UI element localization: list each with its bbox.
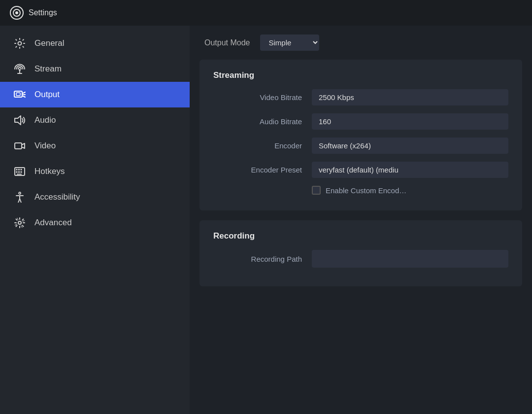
window-title: Settings xyxy=(29,8,57,17)
main-layout: General Stream xyxy=(0,26,532,414)
app-icon xyxy=(10,6,24,20)
sidebar: General Stream xyxy=(0,26,190,414)
accessibility-icon xyxy=(14,191,26,203)
sidebar-item-hotkeys[interactable]: Hotkeys xyxy=(0,159,190,184)
recording-path-input[interactable] xyxy=(312,250,508,268)
svg-rect-8 xyxy=(16,93,20,96)
svg-rect-16 xyxy=(18,169,20,171)
audio-icon xyxy=(14,114,26,126)
svg-rect-19 xyxy=(18,172,20,173)
recording-path-row: Recording Path xyxy=(213,250,508,268)
sidebar-item-video[interactable]: Video xyxy=(0,133,190,159)
svg-line-11 xyxy=(23,96,25,97)
advanced-icon xyxy=(14,217,26,229)
stream-icon xyxy=(14,63,26,75)
video-bitrate-value: 2500 Kbps xyxy=(312,89,508,105)
svg-point-2 xyxy=(15,11,18,14)
svg-rect-20 xyxy=(21,172,22,173)
sidebar-label-output: Output xyxy=(34,90,60,100)
encoder-preset-row: Encoder Preset veryfast (default) (mediu xyxy=(213,162,508,178)
svg-rect-21 xyxy=(17,174,22,175)
encoder-preset-label: Encoder Preset xyxy=(213,166,312,174)
svg-point-3 xyxy=(18,42,22,45)
audio-bitrate-label: Audio Bitrate xyxy=(213,117,312,126)
custom-encoder-checkbox[interactable] xyxy=(312,186,321,195)
output-mode-label: Output Mode xyxy=(204,38,250,47)
svg-point-23 xyxy=(18,221,21,224)
recording-title: Recording xyxy=(213,231,508,241)
audio-bitrate-row: Audio Bitrate 160 xyxy=(213,113,508,130)
svg-rect-7 xyxy=(14,91,22,97)
svg-marker-12 xyxy=(15,116,21,125)
encoder-row: Encoder Software (x264) xyxy=(213,138,508,154)
video-bitrate-label: Video Bitrate xyxy=(213,93,312,102)
sidebar-item-accessibility[interactable]: Accessibility xyxy=(0,184,190,210)
svg-line-9 xyxy=(23,92,25,93)
hotkeys-icon xyxy=(14,166,26,177)
sidebar-label-hotkeys: Hotkeys xyxy=(34,167,65,176)
sidebar-label-stream: Stream xyxy=(34,64,62,74)
streaming-title: Streaming xyxy=(213,70,508,80)
svg-rect-15 xyxy=(16,169,18,171)
sidebar-item-advanced[interactable]: Advanced xyxy=(0,210,190,236)
custom-encoder-row: Enable Custom Encod… xyxy=(213,186,508,195)
svg-rect-17 xyxy=(21,169,22,171)
sidebar-label-audio: Audio xyxy=(34,115,56,125)
svg-rect-13 xyxy=(15,143,22,149)
video-bitrate-row: Video Bitrate 2500 Kbps xyxy=(213,89,508,105)
sidebar-label-video: Video xyxy=(34,141,56,151)
encoder-value: Software (x264) xyxy=(312,138,508,154)
content-area: Output Mode Simple Streaming Video Bitra… xyxy=(190,26,532,414)
svg-point-22 xyxy=(19,192,21,194)
custom-encoder-label: Enable Custom Encod… xyxy=(326,186,406,195)
recording-section: Recording Recording Path xyxy=(200,220,522,286)
video-icon xyxy=(14,140,26,152)
sidebar-item-audio[interactable]: Audio xyxy=(0,107,190,133)
output-mode-bar: Output Mode Simple xyxy=(190,26,532,60)
title-bar: Settings xyxy=(0,0,532,26)
output-mode-select[interactable]: Simple xyxy=(260,34,319,51)
sidebar-label-general: General xyxy=(34,38,64,48)
gear-icon xyxy=(14,37,26,49)
sidebar-item-output[interactable]: Output xyxy=(0,82,190,107)
streaming-section: Streaming Video Bitrate 2500 Kbps Audio … xyxy=(200,60,522,210)
output-icon xyxy=(14,89,26,101)
audio-bitrate-value: 160 xyxy=(312,113,508,130)
recording-path-label: Recording Path xyxy=(213,255,312,263)
sidebar-item-stream[interactable]: Stream xyxy=(0,56,190,82)
custom-encoder-checkbox-area: Enable Custom Encod… xyxy=(312,186,508,195)
sidebar-label-advanced: Advanced xyxy=(34,218,72,228)
sidebar-label-accessibility: Accessibility xyxy=(34,192,80,202)
encoder-preset-value: veryfast (default) (mediu xyxy=(312,162,508,178)
svg-rect-18 xyxy=(16,172,18,173)
sidebar-item-general[interactable]: General xyxy=(0,31,190,56)
encoder-label: Encoder xyxy=(213,141,312,150)
